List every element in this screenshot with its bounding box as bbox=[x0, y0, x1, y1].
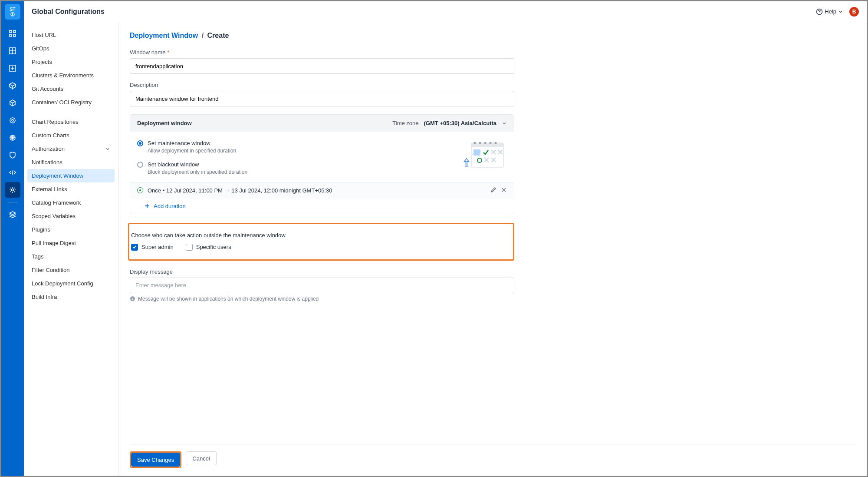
rail-target-icon[interactable] bbox=[5, 113, 20, 128]
sidebar-item-label: Chart Repositories bbox=[32, 119, 79, 125]
sidebar-item-label: Filter Condition bbox=[32, 267, 69, 273]
help-circle-icon bbox=[816, 8, 823, 15]
rail-layers-icon[interactable] bbox=[5, 207, 20, 222]
once-icon bbox=[137, 187, 143, 193]
sidebar-item[interactable]: Catalog Framework bbox=[27, 196, 115, 209]
radio-subtitle: Block deployment only in specified durat… bbox=[148, 169, 247, 176]
display-message-hint: Message will be shown in applications on… bbox=[138, 296, 319, 302]
sidebar-item-label: Notifications bbox=[32, 159, 62, 166]
svg-point-10 bbox=[12, 189, 14, 191]
duration-text: Once • 12 Jul 2024, 11:00 PM → 13 Jul 20… bbox=[148, 187, 332, 194]
breadcrumb-current: Create bbox=[207, 32, 229, 39]
sidebar-item[interactable]: Authorization bbox=[27, 142, 115, 156]
radio-subtitle: Allow deployment in specified duration bbox=[148, 147, 236, 155]
panel-title: Deployment window bbox=[137, 120, 192, 126]
svg-rect-4 bbox=[13, 34, 16, 36]
save-button[interactable]: Save Changes bbox=[131, 453, 180, 467]
form-footer: Save Changes Cancel bbox=[130, 444, 855, 468]
sidebar-item-label: Projects bbox=[32, 59, 52, 65]
rail-wheel-icon[interactable] bbox=[5, 130, 20, 146]
sidebar-item[interactable]: Scoped Variables bbox=[27, 209, 115, 223]
sidebar-item-label: Custom Charts bbox=[32, 132, 69, 139]
rail-divider bbox=[7, 202, 18, 202]
sidebar-item[interactable]: Git Accounts bbox=[27, 82, 115, 96]
main-content: Deployment Window / Create Window name *… bbox=[118, 22, 867, 476]
svg-point-15 bbox=[479, 142, 481, 144]
sidebar-item[interactable]: Lock Deployment Config bbox=[27, 277, 115, 290]
breadcrumb-parent[interactable]: Deployment Window bbox=[130, 32, 198, 39]
sidebar-item-label: Lock Deployment Config bbox=[32, 280, 93, 287]
rail-code-icon[interactable] bbox=[5, 165, 20, 180]
delete-duration-icon[interactable] bbox=[501, 187, 507, 194]
svg-rect-19 bbox=[473, 149, 480, 156]
rail-apps-icon[interactable] bbox=[5, 26, 20, 41]
sidebar-item-label: Pull Image Digest bbox=[32, 240, 76, 246]
cancel-button[interactable]: Cancel bbox=[186, 451, 216, 465]
sidebar-item[interactable]: GitOps bbox=[27, 42, 115, 55]
sidebar-item[interactable]: Custom Charts bbox=[27, 129, 115, 142]
sidebar-item[interactable]: Chart Repositories bbox=[27, 115, 115, 129]
checkbox-specific-users[interactable]: Specific users bbox=[186, 244, 231, 251]
rail-box-icon[interactable] bbox=[5, 78, 20, 93]
permission-title: Choose who can take action outside the m… bbox=[129, 232, 513, 238]
edit-duration-icon[interactable] bbox=[490, 187, 496, 194]
checkbox-super-admin[interactable]: Super admin bbox=[131, 244, 174, 251]
sidebar-item[interactable]: Projects bbox=[27, 55, 115, 69]
sidebar-item[interactable]: Build Infra bbox=[27, 290, 115, 304]
sidebar-item-label: Tags bbox=[32, 253, 43, 260]
radio-maintenance-window[interactable]: Set maintenance window Allow deployment … bbox=[137, 139, 507, 155]
add-duration-label: Add duration bbox=[154, 203, 186, 209]
radio-blackout-window[interactable]: Set blackout window Block deployment onl… bbox=[137, 161, 507, 176]
svg-point-16 bbox=[484, 142, 487, 144]
sidebar-item[interactable]: Clusters & Environments bbox=[27, 69, 115, 82]
chevron-down-icon bbox=[502, 121, 507, 126]
chevron-down-icon bbox=[838, 9, 843, 14]
app-logo-text: ST bbox=[10, 7, 16, 12]
rail-plus-icon[interactable] bbox=[5, 60, 20, 76]
window-name-input[interactable] bbox=[130, 58, 514, 74]
rail-grid-icon[interactable] bbox=[5, 43, 20, 59]
display-message-input[interactable] bbox=[130, 278, 514, 293]
duration-row: Once • 12 Jul 2024, 11:00 PM → 13 Jul 20… bbox=[130, 182, 514, 199]
page-title: Global Configurations bbox=[32, 8, 105, 16]
sidebar-item[interactable]: Plugins bbox=[27, 223, 115, 236]
sidebar-item-label: Clusters & Environments bbox=[32, 72, 94, 79]
sidebar-item[interactable]: Container/ OCI Registry bbox=[27, 96, 115, 109]
save-button-highlight: Save Changes bbox=[130, 451, 181, 468]
app-logo[interactable]: ST bbox=[5, 4, 20, 20]
display-message-label: Display message bbox=[130, 268, 514, 275]
sidebar-item-label: Plugins bbox=[32, 226, 50, 233]
radio-title: Set blackout window bbox=[148, 161, 247, 169]
sidebar-item-label: Authorization bbox=[32, 146, 65, 152]
timezone-selector[interactable]: Time zone (GMT +05:30) Asia/Calcutta bbox=[392, 120, 507, 126]
sidebar-item[interactable]: Deployment Window bbox=[27, 169, 115, 182]
sidebar-item[interactable]: Pull Image Digest bbox=[27, 236, 115, 250]
checkbox-unchecked-icon bbox=[186, 244, 193, 251]
info-icon bbox=[130, 296, 135, 301]
sidebar-item-label: Catalog Framework bbox=[32, 199, 81, 206]
rail-shield-icon[interactable] bbox=[5, 147, 20, 163]
rail-gear-icon[interactable] bbox=[5, 182, 20, 198]
sidebar-item-label: GitOps bbox=[32, 45, 49, 52]
svg-point-18 bbox=[495, 142, 497, 144]
plus-icon bbox=[144, 203, 150, 209]
svg-point-17 bbox=[490, 142, 492, 144]
calendar-illustration bbox=[459, 139, 508, 170]
add-duration-button[interactable]: Add duration bbox=[137, 199, 507, 214]
timezone-value: (GMT +05:30) Asia/Calcutta bbox=[424, 120, 496, 126]
sidebar-item[interactable]: Notifications bbox=[27, 156, 115, 169]
permission-highlight-box: Choose who can take action outside the m… bbox=[128, 223, 514, 261]
help-button[interactable]: Help bbox=[816, 8, 843, 15]
svg-point-14 bbox=[474, 142, 476, 144]
checkbox-label: Specific users bbox=[196, 244, 231, 250]
sidebar-item[interactable]: External Links bbox=[27, 182, 115, 196]
description-label: Description bbox=[130, 82, 514, 88]
sidebar-item-label: Scoped Variables bbox=[32, 213, 76, 219]
user-avatar[interactable]: B bbox=[849, 7, 859, 17]
sidebar-item[interactable]: Host URL bbox=[27, 28, 115, 42]
sidebar-item[interactable]: Tags bbox=[27, 250, 115, 263]
sidebar-item[interactable]: Filter Condition bbox=[27, 263, 115, 277]
description-input[interactable] bbox=[130, 91, 514, 106]
rail-cube-icon[interactable] bbox=[5, 95, 20, 111]
radio-unchecked-icon bbox=[137, 162, 143, 168]
